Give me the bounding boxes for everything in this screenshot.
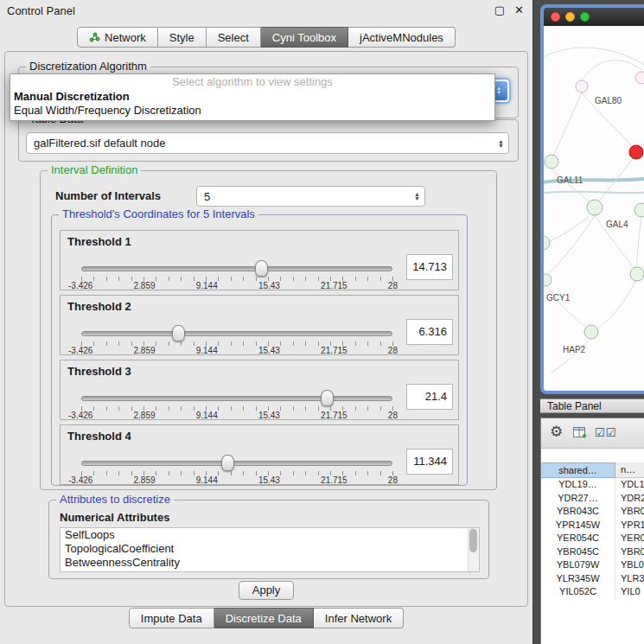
column-header-name[interactable]: n… xyxy=(615,462,644,478)
tab-label: Style xyxy=(169,29,194,47)
network-edge xyxy=(544,217,589,245)
network-node-gcy1[interactable] xyxy=(544,274,552,286)
network-node-gal80[interactable] xyxy=(576,80,588,92)
threshold-value-box[interactable]: 6.316 xyxy=(406,319,453,345)
mac-minimize-button[interactable] xyxy=(565,12,575,22)
network-node[interactable] xyxy=(544,236,550,250)
slider-track[interactable] xyxy=(81,396,392,401)
table-row[interactable]: YBR043CYBR0 xyxy=(541,505,644,519)
network-node[interactable] xyxy=(635,72,644,84)
slider-track[interactable] xyxy=(81,461,392,466)
cell-shared-name[interactable]: YIL052C xyxy=(541,585,615,599)
number-of-intervals-combobox[interactable]: 5 ▲▼ xyxy=(196,186,425,207)
cell-shared-name[interactable]: YER054C xyxy=(541,532,615,545)
threshold-slider[interactable] xyxy=(81,455,392,470)
scale-label: 28 xyxy=(388,346,398,355)
tab-network[interactable]: Network xyxy=(77,27,158,48)
threshold-slider[interactable] xyxy=(81,260,392,276)
mac-close-button[interactable] xyxy=(551,12,560,22)
slider-track[interactable] xyxy=(81,266,392,271)
slider-thumb[interactable] xyxy=(255,260,268,277)
cell-name[interactable]: YLR3 xyxy=(615,572,644,586)
threshold-panel: Threshold 4 -3.4262.8599.14415.4321.7152… xyxy=(60,424,459,485)
cell-shared-name[interactable]: YBL079W xyxy=(541,558,615,572)
float-window-icon[interactable]: ▢ xyxy=(494,3,505,16)
cell-name[interactable]: YDL1 xyxy=(615,478,644,492)
cell-shared-name[interactable]: YDL19… xyxy=(541,478,615,492)
gear-icon[interactable]: ⚙ xyxy=(550,424,563,440)
cell-shared-name[interactable]: YBR043C xyxy=(541,505,615,519)
cell-name[interactable]: YIL0 xyxy=(615,585,644,599)
attributes-list[interactable]: SelfLoopsTopologicalCoefficientBetweenne… xyxy=(60,527,480,572)
network-icon xyxy=(89,32,100,42)
tab-discretize-data[interactable]: Discretize Data xyxy=(214,608,314,628)
select-columns-icons[interactable]: ☑☑ xyxy=(595,426,616,439)
discretize-panel: Discretization Algorithm ▲▼ Select algor… xyxy=(4,51,528,607)
network-edge xyxy=(547,215,595,275)
network-node[interactable] xyxy=(634,203,644,217)
cell-name[interactable]: YDR2 xyxy=(615,492,644,506)
network-canvas[interactable]: GAL80GAL11GAL4GCY1HAP2 xyxy=(544,26,644,394)
cell-shared-name[interactable]: YLR345W xyxy=(541,572,615,586)
threshold-slider[interactable] xyxy=(81,325,392,341)
table-row[interactable]: YDR27…YDR2 xyxy=(541,492,644,506)
attribute-list-item[interactable]: TopologicalCoefficient xyxy=(61,542,479,556)
algorithm-option[interactable]: Manual Discretization xyxy=(10,90,494,104)
cell-shared-name[interactable]: YDR27… xyxy=(541,492,615,506)
network-node-gal4[interactable] xyxy=(587,200,603,215)
scale-label: 9.144 xyxy=(196,281,218,290)
table-row[interactable]: YIL052CYIL0 xyxy=(541,585,644,599)
cell-name[interactable]: YBR0 xyxy=(615,505,644,519)
apply-button[interactable]: Apply xyxy=(239,581,294,600)
threshold-value-box[interactable]: 21.4 xyxy=(406,384,453,410)
scrollbar-thumb[interactable] xyxy=(469,529,477,552)
table-row[interactable]: YDL19…YDL1 xyxy=(541,478,644,492)
network-node-gal11[interactable] xyxy=(545,155,558,169)
cell-name[interactable]: YBL0 xyxy=(615,558,644,572)
stepper-arrows-icon[interactable]: ▲▼ xyxy=(498,139,504,148)
slider-track[interactable] xyxy=(81,331,392,336)
close-icon[interactable]: ✕ xyxy=(514,3,524,16)
cell-name[interactable]: YPR1 xyxy=(615,519,644,532)
table-row[interactable]: YBR045CYBR0 xyxy=(541,545,644,559)
tab-label: Infer Network xyxy=(325,609,392,628)
tab-impute-data[interactable]: Impute Data xyxy=(129,608,214,628)
table-row[interactable]: YLR345WYLR3 xyxy=(541,572,644,586)
network-node[interactable] xyxy=(630,267,644,281)
threshold-label: Threshold 2 xyxy=(67,300,131,313)
column-header-shared-name[interactable]: shared… xyxy=(541,462,615,478)
table-data-combobox[interactable]: galFiltered.sif default node ▲▼ xyxy=(26,132,509,154)
table-row[interactable]: YBL079WYBL0 xyxy=(541,558,644,572)
attribute-list-item[interactable]: SelfLoops xyxy=(61,528,479,542)
algorithm-option[interactable]: Equal Width/Frequency Discretization xyxy=(10,104,494,118)
network-node-hap2[interactable] xyxy=(584,325,598,339)
cell-name[interactable]: YBR0 xyxy=(615,545,644,559)
stepper-arrows-icon[interactable]: ▲▼ xyxy=(414,192,420,201)
network-node[interactable] xyxy=(629,145,643,159)
slider-thumb[interactable] xyxy=(321,390,334,406)
tab-select[interactable]: Select xyxy=(207,27,261,48)
scale-label: -3.426 xyxy=(68,475,92,485)
table-row[interactable]: YPR145WYPR1 xyxy=(541,519,644,532)
cell-name[interactable]: YER0 xyxy=(615,532,644,545)
tab-infer-network[interactable]: Infer Network xyxy=(314,608,404,628)
mac-zoom-button[interactable] xyxy=(580,12,590,22)
columns-icon[interactable] xyxy=(573,427,587,443)
slider-thumb[interactable] xyxy=(221,455,234,471)
threshold-value-box[interactable]: 14.713 xyxy=(406,254,453,280)
attribute-list-item[interactable]: BetweennessCentrality xyxy=(61,556,479,570)
tab-style[interactable]: Style xyxy=(158,27,207,48)
thresholds-group: Threshold's Coordinates for 5 Intervals … xyxy=(51,214,468,486)
table-data-group: Table Data galFiltered.sif default node … xyxy=(18,119,519,162)
threshold-slider[interactable] xyxy=(81,390,392,405)
cell-shared-name[interactable]: YPR145W xyxy=(541,519,615,532)
tab-jactivemnodules[interactable]: jActiveMNodules xyxy=(348,27,456,48)
network-view-window[interactable]: GAL80GAL11GAL4GCY1HAP2 xyxy=(540,4,644,394)
tab-cyni-toolbox[interactable]: Cyni Toolbox xyxy=(261,27,348,48)
table-row[interactable]: YER054CYER0 xyxy=(541,532,644,545)
threshold-value-box[interactable]: 11.344 xyxy=(406,449,453,475)
slider-thumb[interactable] xyxy=(172,325,185,341)
cell-shared-name[interactable]: YBR045C xyxy=(541,545,615,559)
number-of-intervals-value: 5 xyxy=(204,187,210,206)
attributes-scrollbar[interactable] xyxy=(468,528,479,571)
